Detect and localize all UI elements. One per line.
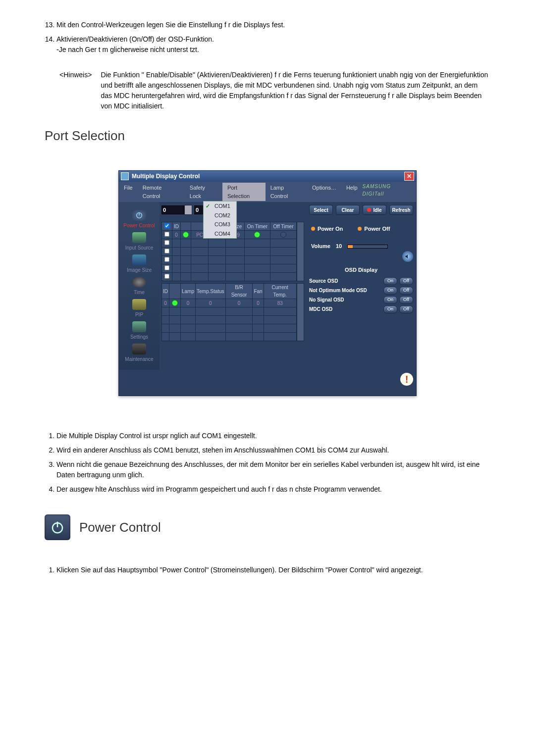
table-row[interactable] bbox=[162, 333, 297, 341]
menubar: File Remote Control Safety Lock Port Sel… bbox=[119, 182, 416, 202]
pip-icon[interactable] bbox=[132, 299, 146, 310]
sidebar-settings[interactable]: Settings bbox=[119, 333, 160, 341]
table-row[interactable] bbox=[162, 264, 297, 273]
cell-id: 0 bbox=[172, 231, 181, 239]
row-checkbox[interactable] bbox=[164, 265, 169, 270]
maintenance-icon[interactable] bbox=[132, 344, 146, 354]
menu-file[interactable]: File bbox=[119, 183, 138, 201]
off-timer-led-icon bbox=[280, 232, 286, 238]
bottom-bar: ! bbox=[119, 373, 416, 396]
osd-label: No Signal OSD bbox=[309, 296, 381, 303]
row-checkbox[interactable] bbox=[164, 240, 169, 245]
osd-label: MDC OSD bbox=[309, 305, 381, 313]
lower-item-1: Die Multiple Display Control ist urspr n… bbox=[56, 431, 490, 441]
row-checkbox[interactable] bbox=[164, 257, 169, 262]
cell2-ctemp: 83 bbox=[264, 299, 296, 307]
table-header-row: ID Lamp Temp.Status B/R Sensor Fan Curre… bbox=[162, 284, 297, 299]
port-option-com2[interactable]: COM2 bbox=[204, 211, 236, 220]
id-from-input[interactable] bbox=[161, 205, 184, 214]
sidebar: Power Control Input Source Image Size Ti… bbox=[119, 202, 160, 370]
osd-row-no-signal: No Signal OSD On Off bbox=[309, 296, 413, 304]
time-icon[interactable] bbox=[132, 277, 146, 288]
port-option-com3[interactable]: COM3 bbox=[204, 220, 236, 229]
id-from-dropdown[interactable] bbox=[184, 205, 192, 215]
lower-item-3: Wenn nicht die genaue Bezeichnung des An… bbox=[56, 459, 490, 480]
table-row[interactable] bbox=[162, 248, 297, 256]
status-led-icon bbox=[172, 300, 178, 306]
menu-help[interactable]: Help bbox=[341, 183, 363, 201]
refresh-button[interactable]: Refresh bbox=[389, 205, 413, 215]
osd-label: Not Optimum Mode OSD bbox=[309, 287, 381, 294]
select-button[interactable]: Select bbox=[309, 205, 333, 215]
port-option-com1[interactable]: COM1 bbox=[204, 202, 236, 211]
cell2-br: 0 bbox=[225, 299, 253, 307]
power-on-button[interactable]: Power On bbox=[311, 225, 343, 233]
input-source-icon[interactable] bbox=[132, 232, 146, 243]
on-timer-led-icon bbox=[254, 232, 260, 238]
lower-item-4: Der ausgew hlte Anschluss wird im Progra… bbox=[56, 484, 490, 495]
osd-on-button[interactable]: On bbox=[383, 296, 397, 304]
port-option-com4[interactable]: COM4 bbox=[204, 229, 236, 239]
power-off-button[interactable]: Power Off bbox=[358, 225, 390, 233]
osd-off-button[interactable]: Off bbox=[399, 277, 413, 285]
table-row[interactable] bbox=[162, 239, 297, 248]
sidebar-image-size[interactable]: Image Size bbox=[119, 266, 160, 274]
cell2-fan: 0 bbox=[253, 299, 264, 307]
menu-port-selection[interactable]: Port Selection bbox=[222, 183, 266, 201]
doc-top-list: Mit den Control-Werkzeugen legen Sie die… bbox=[45, 20, 490, 55]
table-row[interactable] bbox=[162, 324, 297, 333]
menu-remote-control[interactable]: Remote Control bbox=[138, 183, 185, 201]
power-control-icon[interactable] bbox=[132, 210, 146, 221]
table-row[interactable] bbox=[162, 256, 297, 264]
scrollbar[interactable] bbox=[297, 283, 304, 341]
row-checkbox[interactable] bbox=[164, 274, 169, 279]
osd-on-button[interactable]: On bbox=[383, 287, 397, 295]
osd-title: OSD Display bbox=[309, 266, 413, 274]
close-button[interactable]: ✕ bbox=[404, 172, 414, 181]
sidebar-pip[interactable]: PIP bbox=[119, 311, 160, 318]
row-checkbox[interactable] bbox=[164, 249, 169, 253]
scrollbar[interactable] bbox=[297, 222, 304, 281]
image-size-icon[interactable] bbox=[132, 254, 146, 265]
doc-item-14: Aktivieren/Deaktivieren (On/Off) der OSD… bbox=[56, 34, 490, 55]
idle-button[interactable]: Idle bbox=[363, 205, 386, 215]
th-on-timer: On Timer bbox=[244, 222, 270, 231]
power-item-1: Klicken Sie auf das Hauptsymbol "Power C… bbox=[56, 565, 490, 575]
settings-icon[interactable] bbox=[132, 321, 146, 332]
status-led-icon bbox=[183, 232, 189, 238]
row-checkbox[interactable] bbox=[164, 232, 169, 237]
select-all-checkbox[interactable] bbox=[164, 223, 169, 228]
osd-label: Source OSD bbox=[309, 277, 381, 285]
th2-temp-status: Temp.Status bbox=[196, 284, 226, 299]
menu-lamp-control[interactable]: Lamp Control bbox=[266, 183, 307, 201]
sidebar-maintenance[interactable]: Maintenance bbox=[119, 355, 160, 363]
th2-br-sensor: B/R Sensor bbox=[225, 284, 253, 299]
table-row[interactable] bbox=[162, 307, 297, 316]
table-row[interactable] bbox=[162, 273, 297, 281]
sidebar-input-source[interactable]: Input Source bbox=[119, 244, 160, 252]
cell2-temp-status: 0 bbox=[196, 299, 226, 307]
table-row[interactable]: 0 0 0 0 0 83 bbox=[162, 299, 297, 307]
th-id: ID bbox=[172, 222, 181, 231]
menu-safety-lock[interactable]: Safety Lock bbox=[185, 183, 222, 201]
sidebar-power-control[interactable]: Power Control bbox=[119, 222, 160, 229]
speaker-icon[interactable] bbox=[402, 251, 413, 262]
menu-options[interactable]: Options… bbox=[307, 183, 341, 201]
sidebar-time[interactable]: Time bbox=[119, 289, 160, 296]
power-control-heading: Power Control bbox=[79, 518, 161, 537]
th2-current-temp: Current Temp. bbox=[264, 284, 296, 299]
osd-off-button[interactable]: Off bbox=[399, 287, 413, 295]
note-body: Die Funktion " Enable/Disable" (Aktivier… bbox=[101, 70, 490, 111]
osd-on-button[interactable]: On bbox=[383, 305, 397, 313]
osd-row-mdc: MDC OSD On Off bbox=[309, 305, 413, 313]
clear-button[interactable]: Clear bbox=[336, 205, 360, 215]
osd-row-source: Source OSD On Off bbox=[309, 277, 413, 285]
volume-slider[interactable] bbox=[347, 245, 388, 249]
osd-off-button[interactable]: Off bbox=[399, 296, 413, 304]
osd-off-button[interactable]: Off bbox=[399, 305, 413, 313]
th2-fan: Fan bbox=[253, 284, 264, 299]
close-icon: ✕ bbox=[407, 173, 412, 179]
osd-on-button[interactable]: On bbox=[383, 277, 397, 285]
table-row[interactable] bbox=[162, 316, 297, 324]
warning-icon: ! bbox=[400, 373, 413, 386]
